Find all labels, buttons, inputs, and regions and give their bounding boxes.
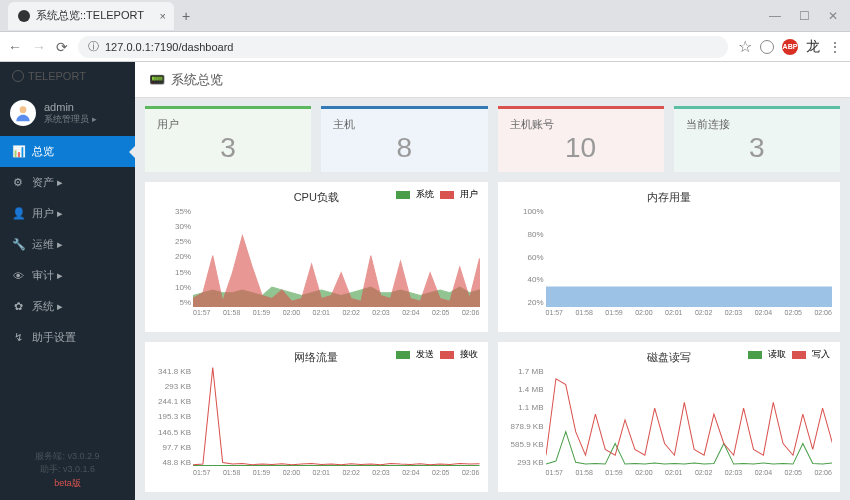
legend-label: 写入 [812, 348, 830, 361]
nav-menu: 📊总览⚙资产 ▸👤用户 ▸🔧运维 ▸👁审计 ▸✿系统 ▸↯助手设置 [0, 136, 135, 353]
stat-value: 3 [157, 132, 299, 164]
legend-label: 读取 [768, 348, 786, 361]
user-role: 系统管理员 ▸ [44, 113, 97, 126]
chart-panel: 磁盘读写 读取写入 1.7 MB1.4 MB1.1 MB878.9 KB585.… [498, 342, 841, 492]
logo: TELEPORT [0, 62, 135, 90]
stats-row: 用户3主机8主机账号10当前连接3 [145, 106, 840, 172]
browser-tab-bar: 系统总览::TELEPORT × + — ☐ ✕ [0, 0, 850, 32]
x-axis: 01:5701:5801:5902:0002:0102:0202:0302:04… [546, 469, 833, 476]
nav-item-2[interactable]: 👤用户 ▸ [0, 198, 135, 229]
nav-item-5[interactable]: ✿系统 ▸ [0, 291, 135, 322]
nav-item-0[interactable]: 📊总览 [0, 136, 135, 167]
forward-icon[interactable]: → [32, 39, 46, 55]
sidebar-footer: 服务端: v3.0.2.9 助手: v3.0.1.6 beta版 [0, 440, 135, 501]
stat-card: 用户3 [145, 106, 311, 172]
legend-label: 发送 [416, 348, 434, 361]
abp-icon[interactable]: ABP [782, 39, 798, 55]
chart-plot: 1.7 MB1.4 MB1.1 MB878.9 KB585.9 KB293 KB [546, 367, 833, 467]
x-axis: 01:5701:5801:5902:0002:0102:0202:0302:04… [193, 309, 480, 316]
minimize-icon[interactable]: — [769, 9, 781, 23]
legend-label: 接收 [460, 348, 478, 361]
chart-legend: 读取写入 [748, 348, 830, 361]
nav-icon: 👁 [12, 270, 24, 282]
legend-label: 用户 [460, 188, 478, 201]
y-axis: 35%30%25%20%15%10%5% [153, 207, 191, 307]
svg-point-0 [20, 106, 27, 113]
nav-item-1[interactable]: ⚙资产 ▸ [0, 167, 135, 198]
y-axis: 1.7 MB1.4 MB1.1 MB878.9 KB585.9 KB293 KB [506, 367, 544, 467]
nav-item-4[interactable]: 👁审计 ▸ [0, 260, 135, 291]
nav-label: 审计 ▸ [32, 268, 63, 283]
chart-panel: 网络流量 发送接收 341.8 KB293 KB244.1 KB195.3 KB… [145, 342, 488, 492]
nav-item-3[interactable]: 🔧运维 ▸ [0, 229, 135, 260]
charts-grid: CPU负载 系统用户 35%30%25%20%15%10%5% 01:5701:… [145, 182, 840, 492]
nav-label: 资产 ▸ [32, 175, 63, 190]
chart-plot: 35%30%25%20%15%10%5% [193, 207, 480, 307]
avatar [10, 100, 36, 126]
nav-icon: ✿ [12, 300, 24, 313]
close-window-icon[interactable]: ✕ [828, 9, 838, 23]
user-section[interactable]: admin 系统管理员 ▸ [0, 90, 135, 136]
favicon [18, 10, 30, 22]
stat-value: 10 [510, 132, 652, 164]
reload-icon[interactable]: ⟳ [56, 39, 68, 55]
chart-plot: 341.8 KB293 KB244.1 KB195.3 KB146.5 KB97… [193, 367, 480, 467]
server-version: 服务端: v3.0.2.9 [10, 450, 125, 464]
legend-swatch [396, 191, 410, 199]
page-header: 📟 系统总览 [135, 62, 850, 98]
stat-label: 主机账号 [510, 117, 652, 132]
page-title: 系统总览 [171, 71, 223, 89]
client-version: 助手: v3.0.1.6 [10, 463, 125, 477]
stat-label: 主机 [333, 117, 475, 132]
tab-title: 系统总览::TELEPORT [36, 8, 144, 23]
bookmark-icon[interactable]: ☆ [738, 37, 752, 56]
nav-label: 运维 ▸ [32, 237, 63, 252]
sidebar: TELEPORT admin 系统管理员 ▸ 📊总览⚙资产 ▸👤用户 ▸🔧运维 … [0, 62, 135, 500]
legend-label: 系统 [416, 188, 434, 201]
stat-value: 3 [686, 132, 828, 164]
address-bar: ← → ⟳ ⓘ 127.0.0.1:7190/dashboard ☆ ABP 龙… [0, 32, 850, 62]
stat-card: 主机8 [321, 106, 487, 172]
legend-swatch [396, 351, 410, 359]
extension-dragon-icon[interactable]: 龙 [806, 38, 820, 56]
nav-icon: ⚙ [12, 176, 24, 189]
stat-label: 当前连接 [686, 117, 828, 132]
beta-label: beta版 [10, 477, 125, 491]
y-axis: 100%80%60%40%20% [506, 207, 544, 307]
chart-legend: 系统用户 [396, 188, 478, 201]
nav-icon: 📊 [12, 145, 24, 158]
user-name: admin [44, 101, 97, 113]
back-icon[interactable]: ← [8, 39, 22, 55]
nav-icon: 👤 [12, 207, 24, 220]
url-text: 127.0.0.1:7190/dashboard [105, 41, 233, 53]
nav-label: 系统 ▸ [32, 299, 63, 314]
y-axis: 341.8 KB293 KB244.1 KB195.3 KB146.5 KB97… [153, 367, 191, 467]
x-axis: 01:5701:5801:5902:0002:0102:0202:0302:04… [546, 309, 833, 316]
nav-icon: 🔧 [12, 238, 24, 251]
extension-icon[interactable] [760, 40, 774, 54]
nav-label: 总览 [32, 144, 54, 159]
window-controls: — ☐ ✕ [769, 9, 850, 23]
chart-panel: 内存用量 100%80%60%40%20% 01:5701:5801:5902:… [498, 182, 841, 332]
legend-swatch [748, 351, 762, 359]
chart-panel: CPU负载 系统用户 35%30%25%20%15%10%5% 01:5701:… [145, 182, 488, 332]
nav-label: 用户 ▸ [32, 206, 63, 221]
stat-card: 主机账号10 [498, 106, 664, 172]
new-tab-button[interactable]: + [182, 8, 190, 24]
stat-value: 8 [333, 132, 475, 164]
chart-legend: 发送接收 [396, 348, 478, 361]
stat-card: 当前连接3 [674, 106, 840, 172]
menu-icon[interactable]: ⋮ [828, 39, 842, 55]
site-info-icon[interactable]: ⓘ [88, 39, 99, 54]
chart-title: 内存用量 [506, 190, 833, 205]
x-axis: 01:5701:5801:5902:0002:0102:0202:0302:04… [193, 469, 480, 476]
maximize-icon[interactable]: ☐ [799, 9, 810, 23]
chart-plot: 100%80%60%40%20% [546, 207, 833, 307]
close-tab-icon[interactable]: × [160, 10, 166, 22]
nav-item-6[interactable]: ↯助手设置 [0, 322, 135, 353]
url-input[interactable]: ⓘ 127.0.0.1:7190/dashboard [78, 36, 728, 58]
dashboard-icon: 📟 [149, 72, 165, 87]
stat-label: 用户 [157, 117, 299, 132]
logo-icon [12, 70, 24, 82]
browser-tab[interactable]: 系统总览::TELEPORT × [8, 2, 174, 30]
